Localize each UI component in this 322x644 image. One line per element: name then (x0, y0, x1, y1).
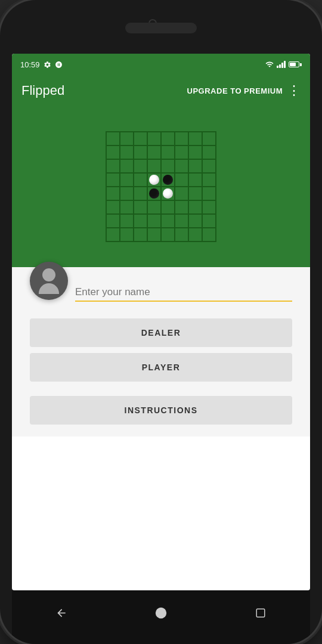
reversi-board[interactable] (106, 131, 216, 242)
instructions-button[interactable]: INSTRUCTIONS (30, 396, 292, 425)
board-cell[interactable] (134, 145, 147, 159)
board-cell[interactable] (147, 173, 161, 187)
board-cell[interactable] (202, 187, 216, 200)
board-cell[interactable] (161, 145, 175, 159)
board-cell[interactable] (202, 159, 216, 173)
board-cell[interactable] (188, 159, 202, 173)
board-cell[interactable] (188, 214, 202, 228)
battery-icon (289, 61, 302, 67)
phone-screen: 10:59 (12, 54, 310, 590)
board-cell[interactable] (175, 200, 188, 214)
board-cell[interactable] (134, 132, 147, 145)
svg-point-0 (156, 607, 166, 618)
board-cell[interactable] (147, 228, 161, 242)
board-cell[interactable] (147, 132, 161, 145)
board-cell[interactable] (188, 187, 202, 200)
board-cell[interactable] (106, 132, 120, 145)
board-cell[interactable] (120, 214, 134, 228)
time-display: 10:59 (20, 60, 40, 69)
board-cell[interactable] (202, 173, 216, 187)
board-cell[interactable] (147, 159, 161, 173)
board-cell[interactable] (106, 214, 120, 228)
signal-icon (277, 61, 286, 68)
role-buttons: DEALER PLAYER (30, 318, 292, 382)
assistant-icon (55, 61, 63, 69)
board-cell[interactable] (175, 228, 188, 242)
settings-icon (44, 61, 51, 69)
board-cell[interactable] (106, 173, 120, 187)
board-cell[interactable] (161, 187, 175, 200)
board-cell[interactable] (120, 200, 134, 214)
name-input-wrapper (75, 284, 292, 302)
board-cell[interactable] (147, 187, 161, 200)
upgrade-button[interactable]: UPGRADE TO PREMIUM (187, 86, 283, 95)
game-piece-white (163, 188, 173, 199)
game-area (12, 106, 310, 267)
board-cell[interactable] (120, 159, 134, 173)
board-cell[interactable] (202, 228, 216, 242)
wifi-icon (265, 60, 274, 69)
board-cell[interactable] (161, 200, 175, 214)
phone-speaker (125, 23, 197, 33)
board-cell[interactable] (161, 173, 175, 187)
board-cell[interactable] (134, 187, 147, 200)
board-cell[interactable] (175, 132, 188, 145)
board-cell[interactable] (175, 145, 188, 159)
board-cell[interactable] (175, 173, 188, 187)
board-cell[interactable] (120, 145, 134, 159)
avatar (30, 262, 68, 300)
board-cell[interactable] (106, 200, 120, 214)
board-cell[interactable] (175, 214, 188, 228)
board-cell[interactable] (120, 132, 134, 145)
board-cell[interactable] (188, 200, 202, 214)
board-cell[interactable] (188, 173, 202, 187)
game-piece-white (149, 175, 159, 185)
board-cell[interactable] (202, 132, 216, 145)
board-cell[interactable] (106, 145, 120, 159)
board-cell[interactable] (202, 200, 216, 214)
avatar-row (30, 279, 292, 302)
more-menu-button[interactable]: ⋮ (287, 84, 301, 97)
board-cell[interactable] (134, 228, 147, 242)
game-piece-black (149, 188, 159, 199)
board-cell[interactable] (134, 173, 147, 187)
nav-home-button[interactable] (149, 601, 173, 625)
board-cell[interactable] (161, 159, 175, 173)
name-input[interactable] (75, 284, 292, 301)
board-cell[interactable] (188, 132, 202, 145)
board-cell[interactable] (134, 200, 147, 214)
board-cell[interactable] (175, 187, 188, 200)
board-cell[interactable] (175, 159, 188, 173)
board-cell[interactable] (147, 145, 161, 159)
dealer-button[interactable]: DEALER (30, 318, 292, 347)
board-cell[interactable] (202, 214, 216, 228)
board-container (106, 131, 216, 242)
avatar-head (42, 268, 55, 281)
board-cell[interactable] (134, 159, 147, 173)
board-cell[interactable] (147, 214, 161, 228)
bottom-section: DEALER PLAYER INSTRUCTIONS (12, 267, 310, 436)
board-cell[interactable] (106, 228, 120, 242)
board-cell[interactable] (188, 228, 202, 242)
board-cell[interactable] (147, 200, 161, 214)
nav-back-button[interactable] (49, 601, 73, 625)
svg-rect-1 (256, 609, 265, 617)
phone-nav (12, 590, 310, 644)
nav-recent-button[interactable] (249, 601, 273, 625)
board-cell[interactable] (106, 187, 120, 200)
board-cell[interactable] (161, 132, 175, 145)
board-cell[interactable] (202, 145, 216, 159)
status-bar: 10:59 (12, 54, 310, 75)
board-cell[interactable] (161, 228, 175, 242)
board-cell[interactable] (161, 214, 175, 228)
board-cell[interactable] (120, 187, 134, 200)
player-button[interactable]: PLAYER (30, 353, 292, 382)
board-cell[interactable] (106, 159, 120, 173)
board-cell[interactable] (120, 228, 134, 242)
board-cell[interactable] (134, 214, 147, 228)
board-cell[interactable] (188, 145, 202, 159)
board-cell[interactable] (120, 173, 134, 187)
game-piece-black (163, 175, 173, 185)
avatar-icon (39, 268, 59, 294)
status-right (265, 60, 302, 69)
